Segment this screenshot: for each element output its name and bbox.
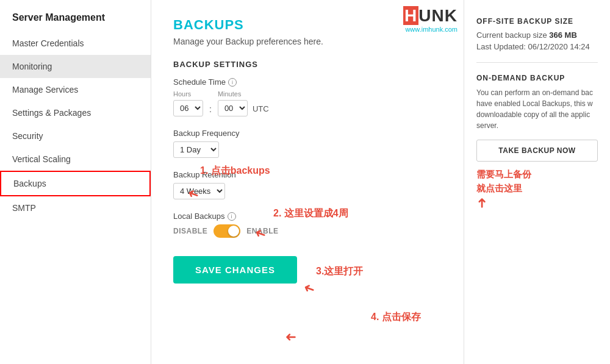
sidebar-item-vertical-scaling[interactable]: Vertical Scaling [0, 148, 151, 171]
current-backup-size: Current backup size 366 MB [476, 30, 598, 40]
logo-area: HHUNKUNK www.imhunk.com [403, 6, 458, 33]
toggle-thumb [228, 226, 239, 237]
hours-select-wrap: 06 07 08 09 [173, 100, 203, 116]
sidebar: Server Management Master Credentials Mon… [0, 0, 151, 364]
logo-hunk: HHUNKUNK [403, 6, 458, 26]
divider-1 [476, 62, 598, 63]
sidebar-item-master-credentials[interactable]: Master Credentials [0, 32, 151, 55]
offsite-backup-title: OFF-SITE BACKUP SIZE [476, 17, 598, 26]
toggle-track [214, 224, 240, 238]
page-subtitle: Manage your Backup preferences here. [173, 37, 442, 46]
utc-label: UTC [253, 104, 269, 116]
page-title: BACKUPS [173, 17, 442, 33]
hours-col: Hours 06 07 08 09 [173, 90, 203, 116]
minutes-col: Minutes 00 15 30 45 [218, 90, 248, 116]
minutes-select[interactable]: 00 15 30 45 [218, 100, 248, 116]
logo-url: www.imhunk.com [403, 26, 458, 33]
hours-col-label: Hours [173, 90, 203, 98]
sidebar-item-settings-packages[interactable]: Settings & Packages [0, 101, 151, 124]
current-size-value: 366 MB [549, 30, 577, 40]
arrow-5: ➜ [474, 198, 490, 209]
toggle-row: DISABLE ENABLE [173, 224, 442, 238]
backup-retention-label: Backup Retention [173, 170, 442, 179]
annotation-5: 需要马上备份就点击这里 [476, 168, 598, 195]
backup-settings-section-title: BACKUP SETTINGS [173, 60, 442, 69]
annotation-3: 3.这里打开 [316, 265, 363, 278]
content-area: HHUNKUNK www.imhunk.com BACKUPS Manage y… [151, 0, 610, 364]
local-backups-group: Local Backups i DISABLE ENABLE [173, 212, 442, 238]
arrow-4: ➜ [285, 329, 296, 345]
minutes-col-label: Minutes [218, 90, 248, 98]
backup-frequency-label: Backup Frequency [173, 129, 442, 138]
retention-section: Backup Retention 1 Week 2 Weeks 4 Weeks … [173, 170, 442, 199]
current-size-label: Current backup size [476, 30, 547, 40]
sidebar-item-backups[interactable]: Backups [0, 171, 151, 196]
time-colon: : [209, 104, 212, 116]
sidebar-item-security[interactable]: Security [0, 124, 151, 148]
annotation-4: 4. 点击保存 [371, 311, 421, 324]
ondemand-backup-title: ON-DEMAND BACKUP [476, 74, 598, 82]
disable-label: DISABLE [173, 227, 207, 235]
backup-retention-select[interactable]: 1 Week 2 Weeks 4 Weeks 8 Weeks [173, 183, 225, 199]
main-content: HHUNKUNK www.imhunk.com BACKUPS Manage y… [151, 0, 464, 364]
enable-label: ENABLE [246, 227, 278, 235]
right-panel: OFF-SITE BACKUP SIZE Current backup size… [464, 0, 610, 364]
minutes-select-wrap: 00 15 30 45 [218, 100, 248, 116]
sidebar-title: Server Management [0, 6, 151, 32]
sidebar-item-manage-services[interactable]: Manage Services [0, 78, 151, 101]
local-backups-toggle[interactable] [214, 224, 240, 238]
take-backup-now-button[interactable]: TAKE BACKUP NOW [476, 140, 598, 162]
schedule-time-group: Schedule Time i Hours 06 07 08 09 : [173, 77, 442, 116]
local-backups-info-icon[interactable]: i [228, 212, 236, 221]
backup-frequency-select[interactable]: 1 Day 2 Days 3 Days 7 Days [173, 141, 219, 158]
schedule-time-row: Hours 06 07 08 09 : Minutes [173, 90, 442, 116]
backup-frequency-group: Backup Frequency 1 Day 2 Days 3 Days 7 D… [173, 129, 442, 158]
arrow-3: ➜ [301, 279, 317, 298]
ondemand-text: You can perform an on-demand bac have en… [476, 87, 598, 131]
sidebar-item-smtp[interactable]: SMTP [0, 196, 151, 219]
local-backups-label: Local Backups i [173, 212, 442, 221]
backup-retention-group: Backup Retention 1 Week 2 Weeks 4 Weeks … [173, 170, 442, 199]
sidebar-item-monitoring[interactable]: Monitoring [0, 55, 151, 78]
last-updated: Last Updated: 06/12/2020 14:24 [476, 42, 598, 51]
logo-h: H [403, 6, 418, 25]
hours-select[interactable]: 06 07 08 09 [173, 100, 203, 116]
save-changes-button[interactable]: SAVE CHANGES [173, 256, 297, 284]
schedule-time-label: Schedule Time i [173, 77, 442, 87]
schedule-info-icon[interactable]: i [228, 78, 237, 87]
